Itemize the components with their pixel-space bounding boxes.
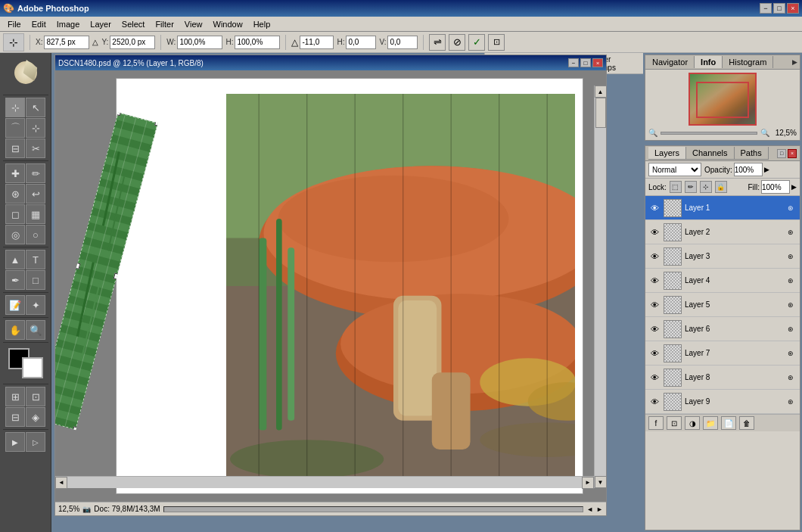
layer-visibility-btn[interactable]: 👁 xyxy=(648,250,661,263)
dodge-tool[interactable]: ○ xyxy=(26,225,45,244)
healing-brush-tool[interactable]: ✚ xyxy=(5,163,25,183)
cancel-transform-btn[interactable]: ⊘ xyxy=(449,34,465,51)
w-input[interactable] xyxy=(177,36,222,49)
layer-visibility-btn[interactable]: 👁 xyxy=(648,299,661,311)
layer-row[interactable]: 👁 Layer 2 ⊛ xyxy=(645,220,800,244)
layer-row[interactable]: 👁 Layer 6 ⊛ xyxy=(645,317,800,341)
layer-options-btn[interactable]: ⊛ xyxy=(785,275,797,287)
layer-visibility-btn[interactable]: 👁 xyxy=(648,396,661,408)
full-screen-mode[interactable]: ⊡ xyxy=(26,387,45,406)
menu-help[interactable]: Help xyxy=(249,19,275,30)
menu-file[interactable]: File xyxy=(3,19,26,30)
blur-tool[interactable]: ◎ xyxy=(5,225,25,244)
zoom-in-icon[interactable]: 🔍 xyxy=(760,129,769,137)
zoom-tool[interactable]: 🔍 xyxy=(26,320,45,340)
doc-minimize-btn[interactable]: − xyxy=(568,58,579,67)
tab-histogram[interactable]: Histogram xyxy=(723,56,773,68)
slice-tool[interactable]: ✂ xyxy=(26,138,45,158)
scroll-up-btn[interactable]: ▲ xyxy=(595,86,607,98)
selection-tool[interactable]: ↖ xyxy=(26,98,45,117)
brush-tool[interactable]: ✏ xyxy=(26,163,45,183)
zoom-out-icon[interactable]: 🔍 xyxy=(648,129,657,137)
scroll-down-btn[interactable]: ▼ xyxy=(595,476,607,488)
transform-handle-mr[interactable] xyxy=(113,272,121,280)
menu-edit[interactable]: Edit xyxy=(27,19,51,30)
scroll-thumb-v[interactable] xyxy=(595,98,606,128)
layer-visibility-btn[interactable]: 👁 xyxy=(648,372,661,384)
layer-row[interactable]: 👁 Layer 7 ⊛ xyxy=(645,341,800,366)
zoom-slider[interactable] xyxy=(661,132,757,135)
angle-input[interactable] xyxy=(300,36,334,49)
add-layer-style-btn[interactable]: f xyxy=(648,416,664,430)
layer-visibility-btn[interactable]: 👁 xyxy=(648,323,661,335)
layer-row[interactable]: 👁 Layer 4 ⊛ xyxy=(645,269,800,293)
menu-window[interactable]: Window xyxy=(209,19,247,30)
scroll-left-btn[interactable]: ◄ xyxy=(55,477,67,489)
layer-row[interactable]: 👁 Layer 9 ⊛ xyxy=(645,390,800,414)
clone-stamp-tool[interactable]: ⊛ xyxy=(5,184,25,204)
layer-options-btn[interactable]: ⊛ xyxy=(785,372,797,384)
shape-tool[interactable]: □ xyxy=(26,270,45,290)
transform-handle-br[interactable] xyxy=(72,426,79,430)
layer-row[interactable]: 👁 Layer 1 ⊛ xyxy=(645,196,800,220)
screen-mode-btn[interactable]: ⊟ xyxy=(5,407,25,427)
close-button[interactable]: × xyxy=(787,3,799,14)
menu-layer[interactable]: Layer xyxy=(85,19,116,30)
window-controls[interactable]: − □ × xyxy=(760,3,799,14)
lock-pixels-btn[interactable]: ⬚ xyxy=(670,181,682,193)
navigator-options-btn[interactable]: ▶ xyxy=(791,58,799,66)
layer-row[interactable]: 👁 Layer 5 ⊛ xyxy=(645,293,800,317)
tab-channels[interactable]: Channels xyxy=(686,147,734,159)
nav-left-btn[interactable]: ◄ xyxy=(586,506,593,513)
lasso-tool[interactable]: ⌒ xyxy=(5,118,25,138)
layers-panel-expand-btn[interactable]: □ xyxy=(777,149,786,158)
path-selection-tool[interactable]: ▲ xyxy=(5,250,25,269)
jump-to-imageready[interactable]: ▶ xyxy=(5,432,25,452)
tab-layers[interactable]: Layers xyxy=(648,147,686,159)
layer-visibility-btn[interactable]: 👁 xyxy=(648,347,661,359)
eyedropper-tool[interactable]: ✦ xyxy=(26,295,45,315)
crop-tool[interactable]: ⊟ xyxy=(5,138,25,158)
layer-options-btn[interactable]: ⊛ xyxy=(785,202,797,214)
layer-options-btn[interactable]: ⊛ xyxy=(785,323,797,335)
layer-options-btn[interactable]: ⊛ xyxy=(785,396,797,408)
new-group-btn[interactable]: 📁 xyxy=(703,416,718,430)
history-brush-tool[interactable]: ↩ xyxy=(26,184,45,204)
nav-right-btn[interactable]: ► xyxy=(596,506,603,513)
image-ready-btn[interactable]: ◈ xyxy=(26,407,45,427)
layer-visibility-btn[interactable]: 👁 xyxy=(648,202,661,214)
notes-tool[interactable]: 📝 xyxy=(5,295,25,315)
commit-transform-btn[interactable]: ✓ xyxy=(468,34,485,51)
extra-btn[interactable]: ⊡ xyxy=(488,34,505,51)
lock-position-btn[interactable]: ⊹ xyxy=(700,181,712,193)
blend-mode-select[interactable]: Normal Multiply Screen Overlay xyxy=(648,163,701,176)
layer-row[interactable]: 👁 Layer 8 ⊛ xyxy=(645,366,800,390)
jump-to-imageready-2[interactable]: ▷ xyxy=(26,432,45,452)
layer-options-btn[interactable]: ⊛ xyxy=(785,347,797,359)
move-tool[interactable]: ⊹ xyxy=(5,98,25,117)
hand-tool[interactable]: ✋ xyxy=(5,320,25,340)
menu-filter[interactable]: Filter xyxy=(151,19,178,30)
layer-visibility-btn[interactable]: 👁 xyxy=(648,226,661,238)
v-input[interactable] xyxy=(387,36,418,49)
magic-wand-tool[interactable]: ⊹ xyxy=(26,118,45,138)
scroll-right-btn[interactable]: ► xyxy=(582,477,594,489)
layers-panel-close-btn[interactable]: × xyxy=(788,149,797,158)
new-layer-btn[interactable]: 📄 xyxy=(721,416,736,430)
x-input[interactable] xyxy=(44,36,89,49)
h2-input[interactable] xyxy=(346,36,376,49)
document-window-controls[interactable]: − □ × xyxy=(568,58,603,67)
layer-visibility-btn[interactable]: 👁 xyxy=(648,275,661,287)
doc-maximize-btn[interactable]: □ xyxy=(580,58,591,67)
menu-view[interactable]: View xyxy=(180,19,207,30)
maximize-button[interactable]: □ xyxy=(773,3,785,14)
add-mask-btn[interactable]: ⊡ xyxy=(667,416,682,430)
menu-select[interactable]: Select xyxy=(117,19,150,30)
fill-arrow-btn[interactable]: ▶ xyxy=(791,183,797,191)
fill-input[interactable] xyxy=(761,180,790,194)
gradient-tool[interactable]: ▦ xyxy=(26,204,45,224)
delete-layer-btn[interactable]: 🗑 xyxy=(739,416,754,430)
new-adjustment-layer-btn[interactable]: ◑ xyxy=(685,416,700,430)
tab-info[interactable]: Info xyxy=(695,56,723,68)
y-input[interactable] xyxy=(110,36,155,49)
